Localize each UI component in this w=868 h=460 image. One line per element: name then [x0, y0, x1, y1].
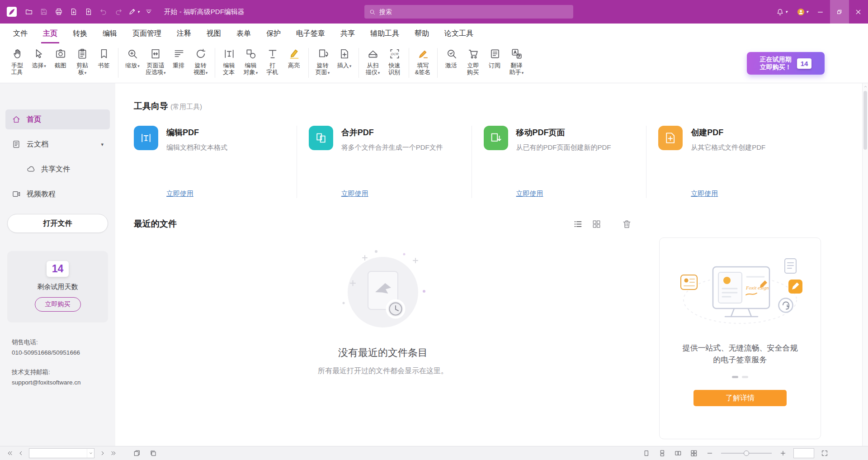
snapshot-view-button[interactable]: [132, 448, 142, 459]
edit-text-button[interactable]: 编辑 文本: [218, 47, 240, 77]
quick-ocr-button[interactable]: OCR 快速 识别: [384, 47, 406, 77]
menu-protect[interactable]: 保护: [259, 24, 288, 43]
menu-esign[interactable]: 电子签章: [288, 24, 333, 43]
single-page-view-button[interactable]: [641, 448, 652, 459]
menu-home[interactable]: 主页: [35, 24, 65, 43]
last-page-button[interactable]: [108, 448, 119, 459]
fill-sign-button[interactable]: 填写 &签名: [412, 47, 434, 77]
close-button[interactable]: [849, 0, 868, 24]
zoom-slider[interactable]: [721, 449, 772, 458]
facing-view-button[interactable]: [673, 448, 684, 459]
grid-view-button[interactable]: [591, 219, 602, 229]
undo-quick-button[interactable]: [97, 5, 111, 19]
collapse-toolbar-button[interactable]: [142, 5, 156, 19]
search-box[interactable]: [364, 5, 573, 19]
next-page-button[interactable]: [97, 448, 108, 459]
rotate-pages-button[interactable]: 旋转 页面▾: [312, 47, 334, 77]
continuous-view-button[interactable]: [657, 448, 668, 459]
copy-view-button[interactable]: [148, 448, 159, 459]
edit-object-button[interactable]: 编辑 对象▾: [240, 47, 262, 77]
ribbon-divider[interactable]: [437, 48, 438, 78]
zoom-in-button[interactable]: [778, 448, 788, 459]
menu-comment[interactable]: 注释: [169, 24, 199, 43]
account-avatar-button[interactable]: ▾: [796, 4, 809, 20]
zoom-out-button[interactable]: [704, 448, 715, 459]
clear-recent-button[interactable]: [622, 219, 632, 229]
typewriter-button[interactable]: 打 字机: [262, 47, 283, 77]
ribbon-divider[interactable]: [308, 48, 309, 78]
facing-continuous-view-button[interactable]: [689, 448, 699, 459]
zoom-level-box[interactable]: [793, 448, 814, 458]
restore-button[interactable]: [830, 0, 849, 24]
clipboard-button[interactable]: 剪贴 板▾: [71, 47, 93, 77]
move-pdf-pages-use-link[interactable]: 立即使用: [516, 190, 543, 198]
page-number-input[interactable]: [29, 450, 87, 457]
shared-files-nav-item[interactable]: 共享文件: [5, 159, 110, 179]
menu-form[interactable]: 表单: [229, 24, 259, 43]
zoom-slider-thumb[interactable]: [744, 451, 749, 456]
reflow-button[interactable]: 重排: [168, 47, 190, 71]
print-quick-button[interactable]: [52, 5, 66, 19]
menu-paper-tools[interactable]: 论文工具: [437, 24, 481, 43]
page-dropdown-button[interactable]: [87, 449, 94, 458]
hand-tool-button[interactable]: 手型 工具: [6, 47, 28, 77]
ribbon-divider[interactable]: [409, 48, 409, 78]
create-pdf-card[interactable]: 创建PDF 从其它格式文件创建PDF: [658, 126, 809, 152]
edit-pdf-use-link[interactable]: 立即使用: [166, 190, 193, 198]
support-email[interactable]: support@foxitsoftware.cn: [12, 377, 115, 388]
previous-page-button[interactable]: [15, 448, 26, 459]
import-doc-quick-button[interactable]: [82, 5, 96, 19]
translate-assistant-button[interactable]: 翻译 助手▾: [506, 47, 528, 77]
carousel-dot-active[interactable]: [732, 376, 738, 378]
carousel-dot[interactable]: [742, 376, 748, 378]
rotate-view-button[interactable]: 旋转 视图▾: [190, 47, 212, 77]
home-nav-item[interactable]: 首页: [5, 109, 110, 129]
redo-quick-button[interactable]: [112, 5, 126, 19]
open-file-quick-button[interactable]: [23, 5, 36, 19]
scrollbar-thumb[interactable]: [863, 91, 867, 150]
activate-button[interactable]: 激活: [441, 47, 462, 71]
cloud-docs-nav-item[interactable]: 云文档 ▾: [5, 134, 110, 154]
signature-quick-button[interactable]: ▾: [127, 5, 141, 19]
highlight-button[interactable]: 高亮: [283, 47, 305, 71]
export-doc-quick-button[interactable]: [67, 5, 81, 19]
minimize-button[interactable]: [811, 0, 830, 24]
snapshot-button[interactable]: 截图: [50, 47, 71, 71]
menu-file[interactable]: 文件: [5, 24, 35, 43]
menu-view[interactable]: 视图: [199, 24, 229, 43]
menu-accessibility[interactable]: 辅助工具: [363, 24, 407, 43]
merge-pdf-card[interactable]: 合并PDF 将多个文件合并生成一个PDF文件: [309, 126, 460, 152]
menu-help[interactable]: 帮助: [407, 24, 437, 43]
fullscreen-button[interactable]: [819, 448, 830, 459]
menu-share[interactable]: 共享: [333, 24, 363, 43]
bookmark-button[interactable]: 书签: [93, 47, 115, 71]
menu-convert[interactable]: 转换: [65, 24, 95, 43]
search-input[interactable]: [379, 8, 569, 15]
page-fit-options-button[interactable]: 页面适 应选项▾: [143, 47, 168, 77]
scroll-up-button[interactable]: [863, 83, 868, 90]
ribbon-divider[interactable]: [118, 48, 118, 78]
zoom-button[interactable]: 缩放▾: [122, 47, 143, 71]
ribbon-divider[interactable]: [215, 48, 215, 78]
trial-purchase-banner[interactable]: 正在试用期 立即购买！ 14: [747, 52, 825, 75]
insert-pages-button[interactable]: 插入▾: [334, 47, 355, 71]
vertical-scrollbar[interactable]: [862, 83, 868, 446]
create-pdf-use-link[interactable]: 立即使用: [691, 190, 718, 198]
ribbon-divider[interactable]: [359, 48, 359, 78]
edit-pdf-card[interactable]: 编辑PDF 编辑文档和文本格式: [134, 126, 285, 152]
first-page-button[interactable]: [5, 448, 15, 459]
save-quick-button[interactable]: [38, 5, 51, 19]
menu-edit[interactable]: 编辑: [95, 24, 125, 43]
buy-now-ribbon-button[interactable]: 立即 购买: [462, 47, 484, 77]
menu-page-management[interactable]: 页面管理: [125, 24, 169, 43]
open-file-button[interactable]: 打开文件: [7, 214, 108, 233]
select-button[interactable]: 选择▾: [28, 47, 50, 71]
list-view-button[interactable]: [573, 219, 583, 229]
learn-more-button[interactable]: 了解详情: [693, 390, 787, 406]
merge-pdf-use-link[interactable]: 立即使用: [341, 190, 368, 198]
video-tutorials-nav-item[interactable]: 视频教程: [5, 184, 110, 204]
move-pdf-pages-card[interactable]: 移动PDF页面 从已有的PDF页面创建新的PDF: [484, 126, 635, 152]
notifications-button[interactable]: ▾: [775, 4, 788, 20]
buy-now-button[interactable]: 立即购买: [35, 297, 81, 312]
from-scanner-button[interactable]: 从扫 描仪▾: [362, 47, 384, 77]
